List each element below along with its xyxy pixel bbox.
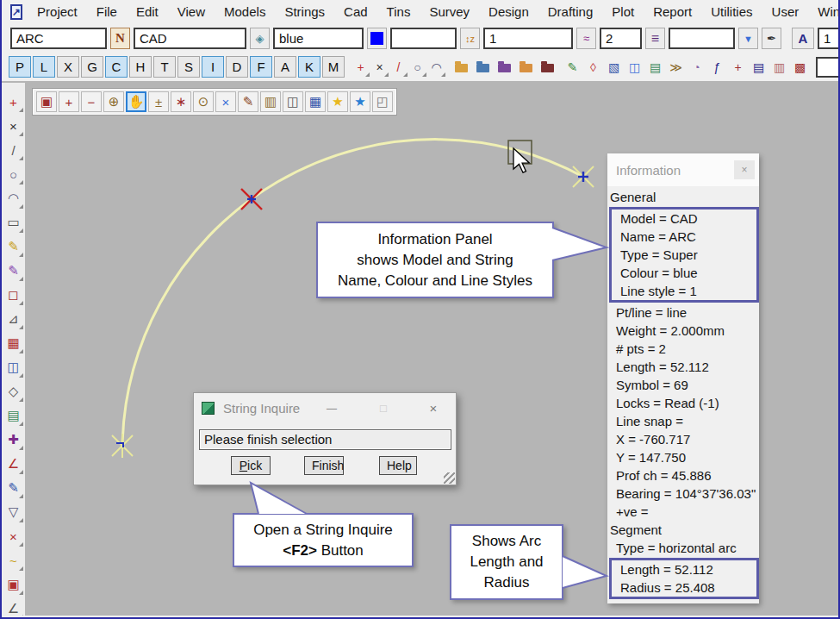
mode-button-g[interactable]: G bbox=[81, 56, 103, 78]
chart-icon[interactable]: ◔ bbox=[688, 58, 706, 77]
delete-point-icon[interactable]: × bbox=[3, 526, 23, 547]
menu-item[interactable]: Strings bbox=[275, 0, 334, 24]
drawing-canvas[interactable]: +×/○◠▭✎✎◻⊿▦◫◇▤✚∠✎▽×~▣∠ ▣+−⊕✋±∗⊙×✎▥◫▦★★◰ bbox=[2, 81, 838, 616]
chevron-down-icon[interactable]: ▼ bbox=[738, 28, 758, 49]
colour-swatch-button[interactable] bbox=[367, 28, 387, 49]
polygon-tool-icon[interactable]: ◇ bbox=[3, 381, 23, 402]
zoom-in-icon[interactable]: + bbox=[59, 91, 79, 112]
picture-icon[interactable]: ▤ bbox=[646, 58, 664, 77]
zoom-centre-icon[interactable]: ∗ bbox=[171, 91, 191, 112]
minimize-icon[interactable]: — bbox=[319, 398, 345, 419]
folder-disc-icon[interactable] bbox=[452, 58, 470, 77]
pan-icon[interactable]: ✋ bbox=[126, 91, 146, 112]
view-plus-icon[interactable]: ◫ bbox=[3, 357, 23, 378]
text-height-input[interactable] bbox=[818, 28, 838, 49]
menu-item[interactable]: Models bbox=[215, 0, 275, 24]
user-folder-icon[interactable] bbox=[474, 58, 492, 77]
command-field[interactable] bbox=[816, 57, 838, 78]
mode-button-h[interactable]: H bbox=[129, 56, 152, 78]
mode-button-d[interactable]: D bbox=[226, 56, 248, 78]
menu-item[interactable]: Edit bbox=[127, 0, 168, 24]
copy-view-icon[interactable]: ◫ bbox=[283, 91, 303, 112]
cross-tool-icon[interactable]: × bbox=[3, 116, 23, 136]
menu-item[interactable]: Plot bbox=[602, 0, 644, 24]
corner-view-icon[interactable]: ◰ bbox=[372, 91, 393, 112]
menu-item[interactable]: Project bbox=[28, 0, 87, 24]
window-icon[interactable]: ◫ bbox=[625, 58, 644, 77]
mode-button-c[interactable]: C bbox=[105, 56, 128, 78]
freehand-icon[interactable]: ~ bbox=[3, 550, 23, 571]
menu-item[interactable]: Window bbox=[808, 0, 840, 24]
linestyle-input[interactable] bbox=[483, 28, 573, 49]
close-icon[interactable]: × bbox=[734, 160, 755, 179]
saved-views-icon[interactable]: ★ bbox=[350, 91, 370, 112]
menu-item[interactable]: User bbox=[762, 0, 809, 24]
menu-item[interactable]: Design bbox=[479, 0, 538, 24]
linestyle-wave-icon[interactable]: ≈ bbox=[576, 28, 596, 49]
notebook-icon[interactable] bbox=[538, 58, 557, 77]
menu-item[interactable]: Survey bbox=[420, 0, 479, 24]
mode-button-p[interactable]: P bbox=[9, 56, 31, 78]
z-order-icon[interactable]: ↕z bbox=[460, 28, 480, 49]
users-icon[interactable] bbox=[517, 58, 535, 77]
mode-button-k[interactable]: K bbox=[298, 56, 320, 78]
information-panel-header[interactable]: Information × bbox=[607, 153, 759, 186]
menu-item[interactable]: View bbox=[168, 0, 215, 24]
close-icon[interactable]: × bbox=[420, 398, 447, 419]
mode-button-t[interactable]: T bbox=[153, 56, 176, 78]
list-icon[interactable]: ▤ bbox=[750, 58, 768, 77]
grid-tool-icon[interactable]: ▦ bbox=[3, 333, 23, 353]
zoom-pick-icon[interactable]: ⊙ bbox=[193, 91, 214, 112]
point-snap-icon[interactable]: + bbox=[352, 58, 370, 77]
menu-item[interactable]: File bbox=[87, 0, 127, 24]
image-tool-icon[interactable]: ▤ bbox=[3, 405, 23, 426]
weight-input[interactable] bbox=[600, 28, 642, 49]
cancel-redraw-icon[interactable]: × bbox=[215, 91, 236, 112]
dialog-titlebar[interactable]: String Inquire — □ × bbox=[194, 393, 456, 424]
line-tool-icon[interactable]: / bbox=[3, 140, 23, 160]
message-field[interactable]: Please finish selection bbox=[199, 429, 451, 450]
rectangle-tool-icon[interactable]: ▭ bbox=[3, 212, 23, 233]
ibeam-tool-icon[interactable]: ▣ bbox=[3, 574, 23, 595]
draw-tool-icon[interactable]: ✎ bbox=[3, 260, 23, 281]
tag-icon[interactable]: ◊ bbox=[584, 58, 602, 77]
help-button[interactable]: Help bbox=[379, 456, 417, 475]
menu-item[interactable]: Cad bbox=[334, 0, 377, 24]
pick-button[interactable]: Pick bbox=[231, 456, 271, 475]
model-layers-icon[interactable]: ◈ bbox=[250, 28, 270, 49]
plan-view-icon[interactable]: ▣ bbox=[36, 91, 57, 112]
edit-note-icon[interactable]: ✎ bbox=[563, 58, 582, 77]
options-grid-icon[interactable]: ▩ bbox=[791, 58, 809, 77]
line-snap-icon[interactable]: / bbox=[389, 58, 408, 77]
blank-attribute-input[interactable] bbox=[390, 28, 457, 49]
zoom-out-icon[interactable]: − bbox=[81, 91, 102, 112]
string-name-input[interactable] bbox=[10, 28, 107, 49]
finish-button[interactable]: Finish bbox=[304, 456, 344, 475]
cross-snap-icon[interactable]: × bbox=[370, 58, 389, 77]
favourites-icon[interactable]: ★ bbox=[327, 91, 348, 112]
mode-button-i[interactable]: I bbox=[202, 56, 224, 78]
text-tool-icon[interactable]: ✎ bbox=[3, 236, 23, 257]
translate-icon[interactable]: ✚ bbox=[3, 429, 23, 450]
maximize-icon[interactable]: □ bbox=[370, 398, 396, 419]
mode-button-l[interactable]: L bbox=[33, 56, 55, 78]
create-point-icon[interactable]: + bbox=[3, 91, 23, 112]
angle-line-icon[interactable]: ∠ bbox=[3, 598, 23, 616]
redraw-icon[interactable]: ✎ bbox=[238, 91, 258, 112]
mode-button-s[interactable]: S bbox=[177, 56, 200, 78]
colour-input[interactable] bbox=[273, 28, 364, 49]
arc-snap-icon[interactable]: ◠ bbox=[427, 58, 445, 77]
share-icon[interactable]: ≫ bbox=[667, 58, 685, 77]
plot-icon[interactable]: ▥ bbox=[260, 91, 281, 112]
add-point-icon[interactable]: + bbox=[729, 58, 747, 77]
book-icon[interactable] bbox=[495, 58, 513, 77]
angle-point-icon[interactable]: ∠ bbox=[3, 453, 23, 474]
function-icon[interactable]: ƒ bbox=[708, 58, 726, 77]
menu-item[interactable]: Utilities bbox=[701, 0, 762, 24]
clipboard-icon[interactable]: ▥ bbox=[770, 58, 788, 77]
menu-item[interactable]: Report bbox=[644, 0, 701, 24]
mode-button-x[interactable]: X bbox=[57, 56, 79, 78]
zoom-prev-icon[interactable]: ± bbox=[148, 91, 169, 112]
grid-view-icon[interactable]: ▦ bbox=[305, 91, 326, 112]
model-input[interactable] bbox=[134, 28, 246, 49]
